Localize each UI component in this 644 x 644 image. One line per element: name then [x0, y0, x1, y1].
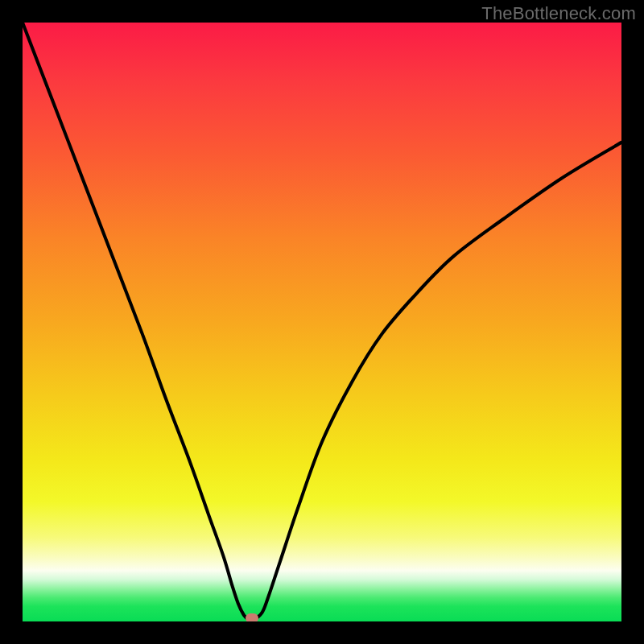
watermark-text: TheBottleneck.com	[481, 3, 636, 24]
curve-svg	[23, 23, 621, 621]
optimum-marker-icon	[246, 613, 258, 621]
plot-area	[23, 23, 621, 621]
bottleneck-curve	[23, 23, 621, 621]
chart-container: TheBottleneck.com	[0, 0, 644, 644]
